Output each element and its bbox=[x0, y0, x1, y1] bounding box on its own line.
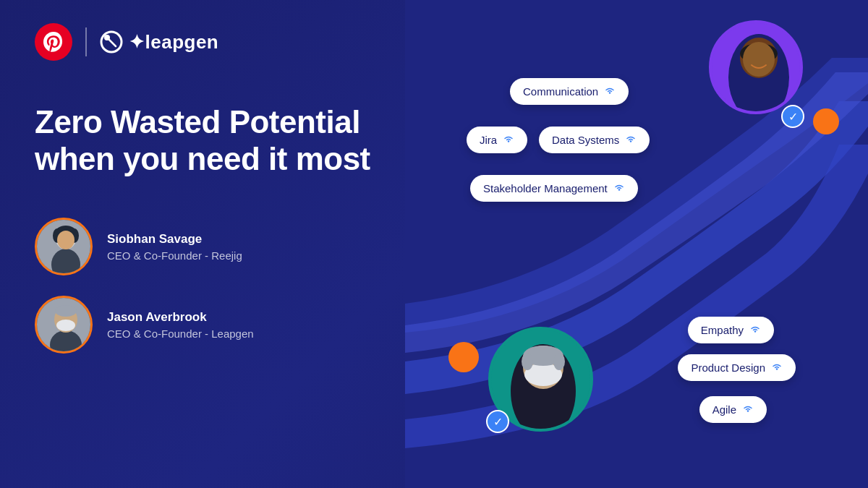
leapgen-text: ✦leapgen bbox=[129, 31, 218, 53]
speaker-title-1: CEO & Co-Founder - Reejig bbox=[107, 249, 242, 262]
wifi-icon-product-design bbox=[771, 362, 783, 373]
wifi-icon-empathy bbox=[749, 325, 761, 335]
wifi-icon-stakeholder bbox=[613, 183, 625, 194]
speaker-card-2: Jason Averbrook CEO & Co-Founder - Leapg… bbox=[35, 296, 370, 354]
logo-divider bbox=[85, 27, 87, 56]
svg-point-19 bbox=[743, 42, 775, 77]
chip-jira: Jira bbox=[467, 127, 527, 153]
main-headline: Zero Wasted Potential when you need it m… bbox=[35, 104, 370, 177]
svg-point-13 bbox=[55, 305, 77, 317]
chip-agile: Agile bbox=[699, 396, 767, 423]
svg-point-12 bbox=[56, 320, 75, 331]
chip-stakeholder: Stakeholder Management bbox=[470, 175, 638, 202]
svg-point-26 bbox=[553, 353, 565, 370]
check-badge-bottom: ✓ bbox=[486, 410, 509, 433]
chip-communication: Communication bbox=[510, 78, 629, 105]
check-badge-top: ✓ bbox=[781, 105, 804, 128]
chip-empathy: Empathy bbox=[688, 317, 774, 343]
orange-dot-top bbox=[813, 108, 839, 134]
svg-point-8 bbox=[57, 231, 75, 249]
wifi-icon-jira bbox=[503, 134, 514, 145]
speakers-section: Siobhan Savage CEO & Co-Founder - Reejig bbox=[35, 218, 370, 354]
leapgen-logo-icon bbox=[100, 30, 123, 53]
pinterest-logo bbox=[35, 23, 72, 61]
orange-dot-bottom bbox=[448, 342, 479, 372]
speaker-card-1: Siobhan Savage CEO & Co-Founder - Reejig bbox=[35, 218, 370, 275]
avatar-siobhan bbox=[35, 218, 93, 275]
chip-product-design: Product Design bbox=[678, 354, 796, 381]
right-panel: ✓ ✓ Communication bbox=[405, 0, 868, 488]
speaker-name-1: Siobhan Savage bbox=[107, 232, 242, 247]
leapgen-logo: ✦leapgen bbox=[100, 30, 218, 53]
speaker-info-2: Jason Averbrook CEO & Co-Founder - Leapg… bbox=[107, 310, 254, 340]
page-container: ✦leapgen Zero Wasted Potential when you … bbox=[0, 0, 868, 488]
chip-data-systems: Data Systems bbox=[539, 127, 650, 153]
person-circle-top bbox=[709, 20, 803, 114]
svg-point-25 bbox=[522, 353, 533, 370]
left-panel: ✦leapgen Zero Wasted Potential when you … bbox=[0, 0, 405, 488]
avatar-jason bbox=[35, 296, 93, 354]
speaker-name-2: Jason Averbrook bbox=[107, 310, 254, 325]
speaker-title-2: CEO & Co-Founder - Leapgen bbox=[107, 328, 254, 340]
speaker-info-1: Siobhan Savage CEO & Co-Founder - Reejig bbox=[107, 232, 242, 262]
wifi-icon-data-systems bbox=[625, 134, 637, 145]
wifi-icon-agile bbox=[742, 404, 754, 415]
wifi-icon-communication bbox=[604, 86, 616, 97]
header-logos: ✦leapgen bbox=[35, 23, 370, 61]
